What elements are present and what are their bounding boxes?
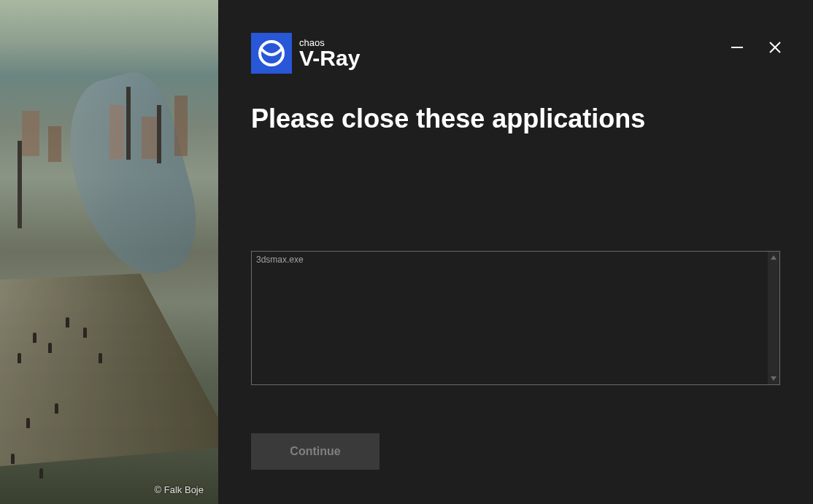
close-button[interactable] [766,39,784,56]
continue-button-label: Continue [290,445,340,458]
decorative-scene [0,0,218,504]
image-credit: © Falk Boje [155,484,204,495]
main-panel: chaos V-Ray Please close [218,0,813,504]
scroll-down-icon[interactable] [768,373,779,384]
scrollbar[interactable] [768,252,779,384]
close-icon [768,40,782,55]
continue-button[interactable]: Continue [251,433,379,470]
vray-logo-icon [251,33,292,74]
logo-product-text: V-Ray [299,47,360,69]
page-title: Please close these applications [251,103,780,134]
logo: chaos V-Ray [251,33,360,74]
minimize-button[interactable] [728,39,746,56]
applications-list[interactable] [251,251,780,385]
minimize-icon [730,40,744,55]
scroll-up-icon[interactable] [768,252,779,263]
sidebar-image: © Falk Boje [0,0,218,504]
